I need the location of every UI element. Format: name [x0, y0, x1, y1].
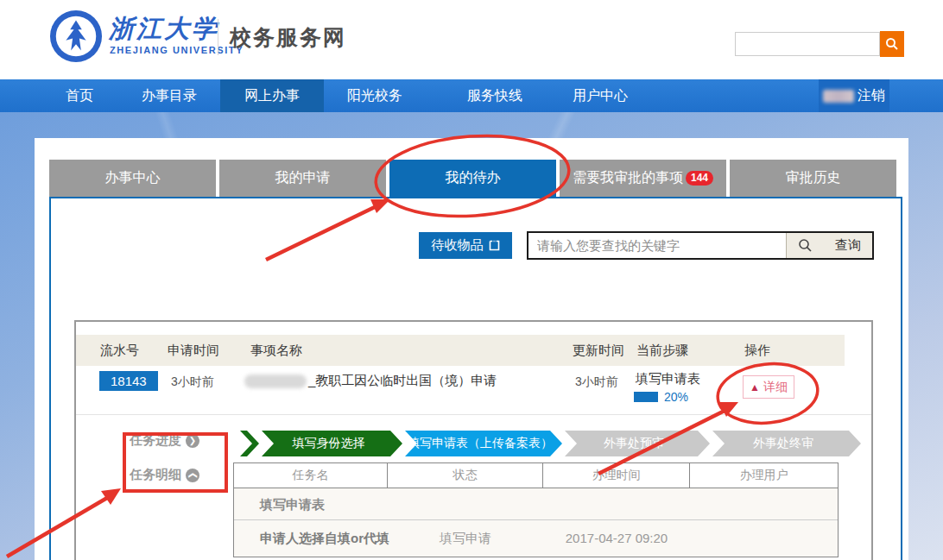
chevron-up-circle-icon: ❯ — [186, 469, 199, 482]
task-progress-toggle[interactable]: 任务进度 ❯ — [130, 432, 225, 449]
nav-item-catalog[interactable]: 办事目录 — [142, 79, 197, 112]
nav-item-user-center[interactable]: 用户中心 — [573, 79, 628, 112]
task-table-row: 18143 3小时前 _教职工因公临时出国（境）申请 3小时前 填写申请表 20… — [76, 366, 871, 414]
nav-item-home[interactable]: 首页 — [66, 79, 93, 112]
detail-table-body: 填写申请表 申请人选择自填or代填 填写申请 2017-04-27 09:20 — [233, 488, 839, 557]
logout-button[interactable]: 注销 — [858, 79, 885, 112]
todo-panel: 待收物品 查询 流水号 申请时间 事项名称 更新时间 — [49, 197, 902, 560]
tab-items-to-approve[interactable]: 需要我审批的事项 144 — [560, 160, 726, 197]
detail-handle-time: 2017-04-27 09:20 — [543, 531, 690, 545]
detail-task-name: 申请人选择自填or代填 — [260, 531, 389, 547]
nav-item-sunshine[interactable]: 阳光校务 — [347, 79, 402, 112]
step-foreign-affairs-pre-review: 外事处预审 — [565, 431, 710, 456]
col-status: 状态 — [387, 462, 542, 488]
col-item-name: 事项名称 — [250, 343, 302, 359]
col-task-name: 任务名 — [233, 462, 387, 488]
header-search-button[interactable] — [880, 31, 904, 57]
pending-items-button[interactable]: 待收物品 — [419, 232, 512, 259]
col-handle-user: 办理用户 — [689, 462, 839, 488]
main-navbar: 首页 办事目录 网上办事 阳光校务 服务快线 用户中心 注销 — [0, 79, 943, 112]
header-search-input[interactable] — [735, 32, 880, 56]
keyword-search-box: 查询 — [527, 231, 874, 260]
detail-button[interactable]: ▲ 详细 — [743, 375, 794, 399]
applicant-name-redacted — [244, 374, 307, 388]
keyword-search-icon-button[interactable] — [786, 233, 824, 258]
step-identity-select: 填写身份选择 — [262, 431, 402, 456]
row-separator — [76, 414, 871, 415]
task-detail-toggle[interactable]: 任务明细 ❯ — [130, 467, 225, 483]
task-detail-table: 任务名 状态 办理时间 办理用户 填写申请表 申请人选择自填or代填 填写申请 … — [233, 462, 839, 557]
tab-service-center[interactable]: 办事中心 — [49, 160, 216, 197]
todo-tab-bar: 办事中心 我的申请 我的待办 需要我审批的事项 144 审批历史 — [49, 160, 896, 197]
update-time-value: 3小时前 — [575, 374, 618, 390]
current-step-value: 填写申请表 — [636, 371, 700, 387]
nav-item-express[interactable]: 服务快线 — [467, 79, 522, 112]
package-icon — [489, 240, 500, 251]
university-seal-logo — [49, 9, 103, 63]
search-icon — [885, 37, 899, 51]
nav-item-online-services[interactable]: 网上办事 — [220, 79, 324, 112]
site-header: 浙江大学 ZHEJIANG UNIVERSITY 校务服务网 — [0, 0, 943, 79]
content-card: 办事中心 我的申请 我的待办 需要我审批的事项 144 审批历史 待收物品 — [35, 138, 908, 560]
workflow-steps: 填写身份选择 填写申请表（上传备案表） 外事处预审 外事处终审 — [240, 431, 864, 456]
tab-my-applications[interactable]: 我的申请 — [219, 160, 386, 197]
nav-user-box: 注销 — [819, 79, 889, 112]
col-handle-time: 办理时间 — [542, 462, 689, 488]
progress-bar — [634, 392, 658, 402]
query-button[interactable]: 查询 — [824, 233, 872, 258]
detail-table-header: 任务名 状态 办理时间 办理用户 — [233, 462, 839, 488]
logo-divider — [218, 19, 218, 55]
task-table-header: 流水号 申请时间 事项名称 更新时间 当前步骤 操作 — [76, 335, 845, 366]
detail-table-row: 申请人选择自填or代填 填写申请 2017-04-27 09:20 — [234, 520, 838, 557]
todo-task-panel: 流水号 申请时间 事项名称 更新时间 当前步骤 操作 18143 3小时前 _教… — [74, 320, 873, 560]
col-serial-number: 流水号 — [100, 343, 139, 359]
university-name-en: ZHEJIANG UNIVERSITY — [110, 45, 244, 55]
chevron-right-circle-icon: ❯ — [186, 434, 199, 448]
detail-status: 填写申请 — [388, 531, 543, 547]
item-name-value: _教职工因公临时出国（境）申请 — [244, 373, 497, 389]
username-redacted — [823, 90, 854, 103]
serial-number-badge[interactable]: 18143 — [99, 371, 158, 391]
col-apply-time: 申请时间 — [168, 343, 219, 359]
apply-time-value: 3小时前 — [171, 374, 214, 390]
keyword-search-input[interactable] — [528, 233, 786, 258]
tab-approval-history[interactable]: 审批历史 — [730, 160, 896, 197]
triangle-icon: ▲ — [750, 381, 760, 393]
col-action: 操作 — [744, 343, 770, 359]
step-fill-application: 填写申请表（上传备案表） — [405, 431, 562, 456]
progress-percent: 20% — [664, 390, 688, 404]
col-update-time: 更新时间 — [573, 343, 624, 359]
step-foreign-affairs-final-review: 外事处终审 — [712, 431, 861, 456]
approval-count-badge: 144 — [686, 171, 713, 186]
col-current-step: 当前步骤 — [636, 343, 688, 359]
tab-my-todo[interactable]: 我的待办 — [389, 160, 556, 197]
step-lead-chevron-icon — [240, 431, 259, 456]
search-icon — [798, 238, 813, 253]
page-title: 校务服务网 — [230, 23, 346, 52]
university-name-cn: 浙江大学 — [109, 12, 219, 47]
detail-group-row: 填写申请表 — [234, 488, 838, 520]
